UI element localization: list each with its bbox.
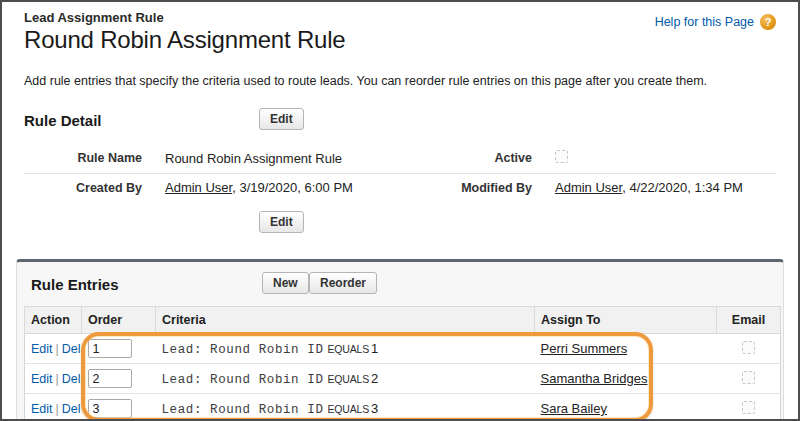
rule-name-value: Round Robin Assignment Rule: [165, 151, 405, 166]
order-input[interactable]: [88, 369, 132, 388]
rule-entries-section: Rule Entries New Reorder Action Order Cr…: [16, 259, 784, 421]
page: Lead Assignment Rule Round Robin Assignm…: [2, 2, 798, 237]
table-row: Edit|Del Lead: Round Robin IDEQUALS2 Sam…: [25, 364, 781, 394]
rule-detail-heading: Rule Detail: [24, 112, 776, 129]
table-row: Edit|Del Lead: Round Robin IDEQUALS3 Sar…: [25, 394, 781, 421]
rule-entries-header: Rule Entries New Reorder: [24, 272, 776, 298]
criteria-field: Lead: Round Robin ID: [162, 403, 324, 417]
modified-by-user-link[interactable]: Admin User: [555, 180, 622, 195]
header-order: Order: [82, 307, 156, 334]
del-link[interactable]: Del: [62, 372, 81, 386]
help-question-icon[interactable]: ?: [760, 14, 776, 30]
header-criteria: Criteria: [156, 307, 535, 334]
email-checkbox: [742, 401, 755, 414]
criteria-operator: EQUALS: [324, 403, 371, 415]
criteria-value: 3: [371, 401, 378, 416]
new-button[interactable]: New: [262, 272, 309, 294]
criteria-value: 2: [371, 371, 378, 386]
header-email: Email: [717, 307, 781, 334]
action-separator: |: [53, 372, 62, 386]
assign-to-link[interactable]: Samantha Bridges: [541, 371, 648, 386]
assign-to-link[interactable]: Sara Bailey: [541, 401, 607, 416]
edit-button-top[interactable]: Edit: [259, 108, 304, 130]
action-separator: |: [53, 342, 62, 356]
edit-link[interactable]: Edit: [31, 402, 53, 416]
table-row: Edit|Del Lead: Round Robin IDEQUALS1 Per…: [25, 334, 781, 364]
help-link[interactable]: Help for this Page ?: [655, 14, 776, 30]
criteria-cell: Lead: Round Robin IDEQUALS2: [156, 364, 535, 394]
header-assign-to: Assign To: [535, 307, 717, 334]
order-cell: [82, 394, 156, 421]
rule-entries-heading: Rule Entries: [31, 276, 119, 293]
email-cell: [717, 334, 781, 364]
rule-name-label: Rule Name: [24, 151, 142, 165]
email-cell: [717, 394, 781, 421]
modified-by-value: Admin User, 4/22/2020, 1:34 PM: [555, 180, 776, 195]
order-input[interactable]: [88, 399, 132, 418]
action-separator: |: [53, 402, 62, 416]
page-title: Round Robin Assignment Rule: [24, 26, 776, 54]
action-cell: Edit|Del: [25, 364, 82, 394]
del-link[interactable]: Del: [62, 402, 81, 416]
criteria-value: 1: [371, 341, 378, 356]
rule-detail-fields: Rule Name Round Robin Assignment Rule Ac…: [24, 143, 776, 201]
active-checkbox-wrap: [555, 149, 776, 167]
del-link[interactable]: Del: [62, 342, 81, 356]
rule-entries-table: Action Order Criteria Assign To Email Ed…: [24, 306, 781, 421]
salesforce-setup-page: { "page": { "breadcrumb": "Lead Assignme…: [0, 0, 800, 421]
assign-to-link[interactable]: Perri Summers: [541, 341, 628, 356]
email-checkbox: [742, 341, 755, 354]
edit-link[interactable]: Edit: [31, 342, 53, 356]
edit-link[interactable]: Edit: [31, 372, 53, 386]
action-cell: Edit|Del: [25, 334, 82, 364]
order-cell: [82, 334, 156, 364]
rule-detail-section: Rule Detail Edit Rule Name Round Robin A…: [24, 112, 776, 237]
page-description: Add rule entries that specify the criter…: [24, 74, 776, 88]
detail-row-2: Created By Admin User, 3/19/2020, 6:00 P…: [24, 174, 776, 201]
criteria-cell: Lead: Round Robin IDEQUALS1: [156, 334, 535, 364]
modified-by-label: Modified By: [428, 181, 532, 195]
email-checkbox: [742, 371, 755, 384]
detail-row-1: Rule Name Round Robin Assignment Rule Ac…: [24, 143, 776, 174]
order-cell: [82, 364, 156, 394]
edit-button-bottom[interactable]: Edit: [259, 211, 304, 233]
criteria-field: Lead: Round Robin ID: [162, 373, 324, 387]
table-header-row: Action Order Criteria Assign To Email: [25, 307, 781, 334]
help-link-label: Help for this Page: [655, 15, 754, 29]
reorder-button[interactable]: Reorder: [309, 272, 377, 294]
created-by-value: Admin User, 3/19/2020, 6:00 PM: [165, 180, 405, 195]
detail-bottom-button-row: Edit: [24, 211, 776, 237]
active-label: Active: [428, 151, 532, 165]
email-cell: [717, 364, 781, 394]
assign-to-cell: Sara Bailey: [535, 394, 717, 421]
action-cell: Edit|Del: [25, 394, 82, 421]
modified-by-date: , 4/22/2020, 1:34 PM: [622, 180, 743, 195]
order-input[interactable]: [88, 339, 132, 358]
created-by-date: , 3/19/2020, 6:00 PM: [232, 180, 353, 195]
created-by-label: Created By: [24, 181, 142, 195]
header-action: Action: [25, 307, 82, 334]
assign-to-cell: Perri Summers: [535, 334, 717, 364]
created-by-user-link[interactable]: Admin User: [165, 180, 232, 195]
criteria-operator: EQUALS: [324, 343, 371, 355]
criteria-operator: EQUALS: [324, 373, 371, 385]
active-checkbox: [555, 150, 568, 163]
criteria-field: Lead: Round Robin ID: [162, 343, 324, 357]
criteria-cell: Lead: Round Robin IDEQUALS3: [156, 394, 535, 421]
assign-to-cell: Samantha Bridges: [535, 364, 717, 394]
